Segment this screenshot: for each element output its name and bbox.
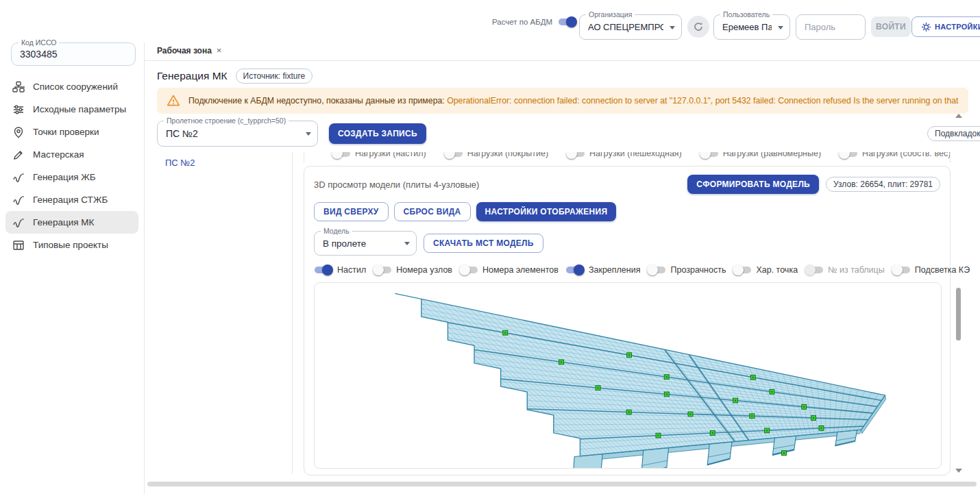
- reset-view-button[interactable]: СБРОС ВИДА: [394, 202, 471, 221]
- display-settings-button[interactable]: НАСТРОЙКИ ОТОБРАЖЕНИЯ: [476, 202, 617, 221]
- toggle-switch[interactable]: [805, 264, 824, 275]
- organization-label: Организация: [586, 10, 635, 19]
- span-structure-label: Пролетное строение (c_typprch=50): [164, 116, 289, 125]
- download-mct-button[interactable]: СКАЧАТЬ МСТ МОДЕЛЬ: [424, 234, 543, 253]
- 3d-viewport: [314, 282, 942, 469]
- sidebar-item-label: Генерация СТЖБ: [33, 195, 108, 205]
- toggle-switch[interactable]: [839, 152, 858, 159]
- main-area: Рабочая зона × Генерация МК Источник: fi…: [144, 42, 980, 494]
- refresh-user-button[interactable]: [687, 16, 709, 38]
- display-toggle-2: Номера элементов: [459, 264, 559, 275]
- toggle-switch[interactable]: [566, 152, 585, 159]
- warning-banner: Подключение к АБДМ недоступно, показаны …: [157, 88, 968, 114]
- load-toggle: Нагрузки (собств. вес): [839, 152, 951, 159]
- toggle-switch[interactable]: [733, 264, 752, 275]
- structures-icon: [12, 81, 25, 93]
- sidebar-item-params[interactable]: Исходные параметры: [5, 98, 138, 121]
- toggle-label: № из таблицы: [828, 265, 885, 275]
- sidebar-item-label: Список сооружений: [33, 82, 118, 92]
- toggle-label: Подсветка КЭ: [915, 265, 970, 275]
- sidebar: Код ИССО 3303485 Список сооруженийИсходн…: [0, 0, 144, 494]
- sidebar-item-checkpoints[interactable]: Точки проверки: [5, 121, 138, 143]
- toggle-switch[interactable]: [700, 152, 719, 159]
- close-icon[interactable]: ×: [217, 45, 222, 55]
- user-label: Пользователь: [720, 10, 772, 19]
- isso-code-field[interactable]: Код ИССО 3303485: [11, 42, 136, 66]
- model-select[interactable]: Модель В пролете: [314, 231, 417, 256]
- toggle-label: Номера узлов: [396, 265, 452, 275]
- isso-code-value: 3303485: [20, 49, 58, 60]
- span-structure-select[interactable]: Пролетное строение (c_typprch=50) ПС №2: [157, 121, 318, 147]
- 3d-model-canvas[interactable]: [315, 283, 941, 468]
- sidebar-item-gen-mk[interactable]: Генерация МК: [5, 211, 138, 234]
- toggle-label: Хар. точка: [756, 265, 798, 275]
- display-toggles-row: НастилНомера узловНомера элементовЗакреп…: [314, 264, 940, 275]
- toggle-switch[interactable]: [444, 152, 463, 159]
- subtabs-chip: Подвкладок: 1: [927, 126, 980, 141]
- tab-work-zone[interactable]: Рабочая зона ×: [157, 45, 221, 55]
- warning-icon: [167, 94, 180, 108]
- toggle-label: Нагрузки (пешеходная): [589, 152, 682, 158]
- gear-icon: [921, 22, 931, 32]
- vertical-scrollbar-thumb[interactable]: [956, 288, 961, 341]
- abdm-toggle-switch[interactable]: [558, 16, 577, 27]
- organization-value: АО СПЕЦРЕМПРОЕКТ: [588, 22, 663, 32]
- form-model-button[interactable]: СФОРМИРОВАТЬ МОДЕЛЬ: [687, 175, 819, 194]
- display-toggle-1: Номера узлов: [373, 264, 452, 275]
- toggle-label: Номера элементов: [482, 265, 559, 275]
- model-stats-chip: Узлов: 26654, плит: 29781: [826, 177, 940, 192]
- toggle-switch[interactable]: [647, 264, 666, 275]
- table-icon: [12, 239, 25, 251]
- toggle-label: Нагрузки (покрытие): [467, 152, 548, 158]
- span-structure-value: ПС №2: [166, 128, 198, 139]
- view-top-button[interactable]: ВИД СВЕРХУ: [314, 202, 389, 221]
- abdm-calc-toggle-group: Расчет по АБДМ: [492, 16, 577, 27]
- tab-bar: Рабочая зона ×: [145, 42, 980, 61]
- model-select-value: В пролете: [323, 238, 366, 249]
- settings-button[interactable]: НАСТРОЙКИ: [911, 16, 980, 37]
- password-input[interactable]: [796, 14, 866, 40]
- generate-icon: [12, 171, 25, 184]
- scroll-up-arrow[interactable]: [955, 114, 962, 118]
- toggle-label: Прозрачность: [670, 265, 726, 275]
- toggle-switch[interactable]: [314, 264, 333, 275]
- sidebar-item-gen-stzhb[interactable]: Генерация СТЖБ: [5, 188, 138, 211]
- sidebar-item-label: Типовые проекты: [33, 240, 108, 250]
- isso-code-label: Код ИССО: [19, 38, 59, 47]
- sidebar-item-structures[interactable]: Список сооружений: [5, 75, 138, 98]
- viewer-title: 3D просмотр модели (плиты 4-узловые): [314, 180, 479, 190]
- sidebar-item-label: Генерация МК: [33, 217, 94, 227]
- sidebar-item-typical[interactable]: Типовые проекты: [5, 234, 138, 256]
- generate-icon: [12, 217, 25, 229]
- create-record-button[interactable]: СОЗДАТЬ ЗАПИСЬ: [329, 123, 426, 144]
- sidebar-item-gen-zhb[interactable]: Генерация ЖБ: [5, 166, 138, 188]
- toggle-switch[interactable]: [373, 264, 392, 275]
- viewer-card: 3D просмотр модели (плиты 4-узловые) СФО…: [304, 166, 951, 476]
- login-button[interactable]: ВОЙТИ: [871, 16, 911, 37]
- display-toggle-6: № из таблицы: [805, 264, 885, 275]
- horizontal-scrollbar[interactable]: [147, 482, 977, 486]
- toggle-label: Нагрузки (настил): [355, 152, 426, 158]
- toggle-label: Нагрузки (равномерные): [723, 152, 821, 158]
- organization-select[interactable]: Организация АО СПЕЦРЕМПРОЕКТ: [579, 14, 682, 40]
- model-select-label: Модель: [321, 227, 352, 236]
- user-select[interactable]: Пользователь Еремеев Павел: [713, 14, 790, 40]
- chevron-down-icon: [670, 26, 675, 29]
- user-value: Еремеев Павел: [722, 22, 772, 32]
- abdm-toggle-label: Расчет по АБДМ: [492, 18, 552, 26]
- display-toggle-3: Закрепления: [565, 264, 641, 275]
- sidebar-item-workshop[interactable]: Мастерская: [5, 143, 138, 166]
- pencil-icon: [12, 149, 25, 161]
- generate-icon: [12, 194, 25, 206]
- toggle-switch[interactable]: [565, 264, 585, 275]
- toggle-switch[interactable]: [892, 264, 911, 275]
- sidebar-item-label: Мастерская: [33, 149, 84, 160]
- span-list-item[interactable]: ПС №2: [165, 158, 195, 168]
- toggle-label: Нагрузки (собств. вес): [862, 152, 951, 158]
- sliders-icon: [12, 103, 25, 116]
- load-toggle: Нагрузки (пешеходная): [566, 152, 682, 159]
- toggle-switch[interactable]: [332, 152, 351, 159]
- toggle-switch[interactable]: [459, 264, 478, 275]
- scroll-down-arrow[interactable]: [955, 469, 962, 473]
- load-toggle: Нагрузки (покрытие): [444, 152, 548, 159]
